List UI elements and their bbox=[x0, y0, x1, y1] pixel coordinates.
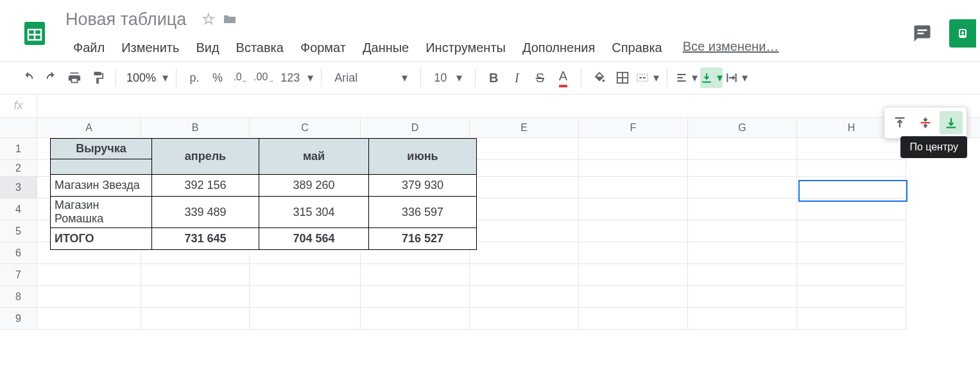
font-selector[interactable]: Arial▾ bbox=[329, 67, 413, 88]
row-header-6[interactable]: 6 bbox=[0, 242, 37, 264]
cell-B7[interactable] bbox=[141, 264, 250, 286]
menu-addons[interactable]: Дополнения bbox=[515, 39, 603, 57]
fill-color-button[interactable] bbox=[589, 67, 610, 88]
percent-format-button[interactable]: % bbox=[207, 67, 228, 88]
comments-button[interactable] bbox=[908, 19, 936, 48]
share-button[interactable] bbox=[949, 19, 976, 48]
cell-H9[interactable] bbox=[797, 308, 906, 330]
cell-G2[interactable] bbox=[688, 160, 797, 177]
row-header-4[interactable]: 4 bbox=[0, 199, 37, 220]
row-header-1[interactable]: 1 bbox=[0, 138, 37, 160]
strikethrough-button[interactable]: S bbox=[529, 67, 550, 88]
cell-F9[interactable] bbox=[579, 308, 688, 330]
col-header-B[interactable]: B bbox=[141, 118, 250, 138]
cell-G4[interactable] bbox=[688, 199, 797, 220]
cell-F5[interactable] bbox=[579, 220, 688, 242]
cell-G9[interactable] bbox=[688, 308, 797, 330]
cell-C9[interactable] bbox=[250, 308, 361, 330]
redo-button[interactable] bbox=[41, 67, 62, 88]
cell-G1[interactable] bbox=[688, 138, 797, 160]
menu-file[interactable]: Файл bbox=[65, 39, 112, 57]
store1-june[interactable]: 379 930 bbox=[369, 175, 477, 197]
cell-F3[interactable] bbox=[579, 177, 688, 199]
col-header-A[interactable]: A bbox=[37, 118, 141, 138]
store1-april[interactable]: 392 156 bbox=[152, 175, 259, 197]
merge-cells-button[interactable]: ▾ bbox=[635, 67, 659, 88]
store2-may[interactable]: 315 304 bbox=[259, 197, 369, 228]
document-title[interactable]: Новая таблица bbox=[65, 10, 186, 30]
decrease-decimal-button[interactable]: .0← bbox=[230, 67, 251, 88]
menu-view[interactable]: Вид bbox=[188, 39, 227, 57]
store1-may[interactable]: 389 260 bbox=[259, 175, 369, 197]
sheets-logo-icon[interactable] bbox=[18, 17, 51, 50]
currency-format-button[interactable]: р. bbox=[184, 67, 205, 88]
cell-G6[interactable] bbox=[688, 242, 797, 264]
cell-E6[interactable] bbox=[470, 242, 579, 264]
menu-insert[interactable]: Вставка bbox=[228, 39, 291, 57]
cell-D8[interactable] bbox=[361, 286, 470, 308]
row-header-3[interactable]: 3 bbox=[0, 177, 37, 199]
cell-E9[interactable] bbox=[470, 308, 579, 330]
cell-A9[interactable] bbox=[37, 308, 141, 330]
cell-H7[interactable] bbox=[797, 264, 906, 286]
undo-button[interactable] bbox=[18, 67, 39, 88]
menu-tools[interactable]: Инструменты bbox=[418, 39, 513, 57]
spreadsheet-grid[interactable]: 123456789 ABCDEFGH Выручка апрель май ию… bbox=[0, 118, 980, 365]
cell-G3[interactable] bbox=[688, 177, 797, 199]
total-april[interactable]: 731 645 bbox=[152, 228, 259, 250]
cell-F1[interactable] bbox=[579, 138, 688, 160]
font-size-selector[interactable]: 10▾ bbox=[429, 67, 467, 88]
row-header-5[interactable]: 5 bbox=[0, 220, 37, 242]
menu-data[interactable]: Данные bbox=[355, 39, 417, 57]
cell-G8[interactable] bbox=[688, 286, 797, 308]
italic-button[interactable]: I bbox=[506, 67, 527, 88]
cell-H3[interactable] bbox=[797, 177, 906, 199]
cell-F6[interactable] bbox=[579, 242, 688, 264]
row-header-2[interactable]: 2 bbox=[0, 160, 37, 177]
col-header-C[interactable]: C bbox=[250, 118, 361, 138]
row-header-7[interactable]: 7 bbox=[0, 264, 37, 286]
increase-decimal-button[interactable]: .00→ bbox=[254, 67, 274, 88]
changes-link[interactable]: Все изменени… bbox=[683, 39, 779, 57]
total-name[interactable]: ИТОГО bbox=[51, 228, 152, 250]
col-header-F[interactable]: F bbox=[579, 118, 688, 138]
formula-input[interactable] bbox=[37, 94, 980, 117]
cell-F7[interactable] bbox=[579, 264, 688, 286]
header-april[interactable]: апрель bbox=[152, 139, 259, 175]
cell-C8[interactable] bbox=[250, 286, 361, 308]
cell-H6[interactable] bbox=[797, 242, 906, 264]
horizontal-align-button[interactable]: ▾ bbox=[675, 67, 698, 88]
folder-icon[interactable] bbox=[222, 12, 237, 27]
store2-june[interactable]: 336 597 bbox=[369, 197, 477, 228]
store2-name[interactable]: Магазин Ромашка bbox=[51, 197, 152, 228]
cell-E3[interactable] bbox=[470, 177, 579, 199]
cell-H8[interactable] bbox=[797, 286, 906, 308]
star-icon[interactable] bbox=[202, 12, 216, 26]
valign-top-button[interactable] bbox=[888, 111, 911, 134]
text-wrap-button[interactable]: ▾ bbox=[725, 67, 748, 88]
cell-H2[interactable] bbox=[797, 160, 906, 177]
total-may[interactable]: 704 564 bbox=[259, 228, 369, 250]
select-all-corner[interactable] bbox=[0, 118, 37, 138]
cell-D9[interactable] bbox=[361, 308, 470, 330]
paint-format-button[interactable] bbox=[87, 67, 108, 88]
cell-G7[interactable] bbox=[688, 264, 797, 286]
col-header-G[interactable]: G bbox=[688, 118, 797, 138]
cell-B8[interactable] bbox=[141, 286, 250, 308]
cell-F4[interactable] bbox=[579, 199, 688, 220]
cell-F2[interactable] bbox=[579, 160, 688, 177]
cell-C7[interactable] bbox=[250, 264, 361, 286]
cell-E2[interactable] bbox=[470, 160, 579, 177]
row-header-9[interactable]: 9 bbox=[0, 308, 37, 330]
print-button[interactable] bbox=[64, 67, 85, 88]
header-revenue[interactable]: Выручка bbox=[51, 139, 152, 159]
row-header-8[interactable]: 8 bbox=[0, 286, 37, 308]
cell-A7[interactable] bbox=[37, 264, 141, 286]
cell-E4[interactable] bbox=[470, 199, 579, 220]
more-formats-button[interactable]: 123▾ bbox=[277, 67, 313, 88]
cell-H5[interactable] bbox=[797, 220, 906, 242]
col-header-E[interactable]: E bbox=[470, 118, 579, 138]
cell-H4[interactable] bbox=[797, 199, 906, 220]
text-color-button[interactable]: A bbox=[553, 67, 573, 88]
menu-edit[interactable]: Изменить bbox=[114, 39, 187, 57]
